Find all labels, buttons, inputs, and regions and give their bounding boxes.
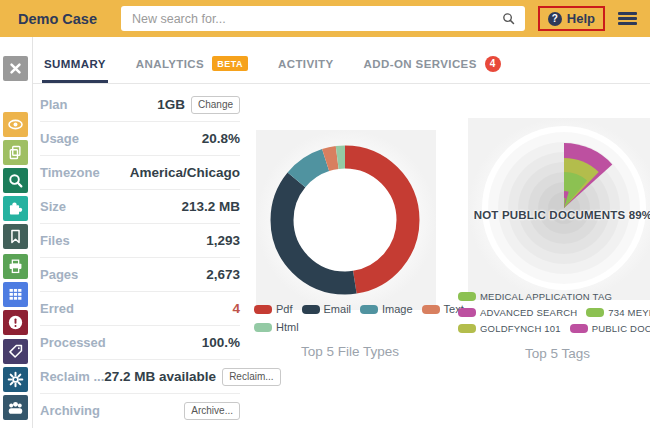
legend-swatch — [570, 324, 588, 333]
legend-label: Html — [276, 321, 299, 333]
printer-icon — [6, 257, 25, 276]
copy-icon — [6, 143, 25, 162]
legend-row: Html — [254, 321, 469, 333]
sidebar-item-alert[interactable] — [3, 310, 28, 335]
legend-item-html: Html — [254, 321, 299, 333]
summary-label: Files — [40, 233, 70, 248]
summary-value: America/Chicago — [130, 165, 240, 180]
users-icon — [6, 398, 25, 417]
legend-swatch — [254, 305, 272, 314]
sidebar-item-users[interactable] — [3, 395, 28, 420]
file-types-donut-chart — [265, 140, 425, 300]
reclaim-button[interactable]: Reclaim... — [222, 368, 280, 386]
sidebar-item-printer[interactable] — [3, 254, 28, 279]
legend-label: Image — [382, 303, 413, 315]
tags-polar-chart — [479, 123, 649, 293]
file-types-legend: PdfEmailImageTextHtml — [254, 303, 469, 339]
summary-row-pages: Pages2,673 — [40, 258, 240, 292]
tab-summary[interactable]: SUMMARY — [42, 37, 108, 83]
tab-activity[interactable]: ACTIVITY — [276, 37, 336, 83]
sidebar-item-close[interactable] — [3, 56, 28, 81]
change-button[interactable]: Change — [191, 96, 240, 114]
gear-icon — [6, 370, 25, 389]
sidebar-item-puzzle[interactable] — [3, 196, 28, 221]
legend-item-image: Image — [360, 303, 413, 315]
eye-icon — [6, 115, 25, 134]
legend-label: Pdf — [276, 303, 293, 315]
tab-label: ADD-ON SERVICES — [364, 58, 477, 70]
legend-swatch — [360, 305, 378, 314]
sidebar-item-bookmark[interactable] — [3, 224, 28, 249]
beta-badge: BETA — [212, 56, 248, 71]
sidebar-item-gear[interactable] — [3, 367, 28, 392]
tags-legend: MEDICAL APPLICATION TAGADVANCED SEARCH73… — [458, 291, 650, 339]
legend-item-734-meyers: 734 MEYERS — [586, 307, 650, 318]
search-icon — [6, 171, 25, 190]
sidebar-item-search[interactable] — [3, 168, 28, 193]
legend-row: PdfEmailImageText — [254, 303, 469, 315]
sidebar-item-copy[interactable] — [3, 140, 28, 165]
file-types-chart-title: Top 5 File Types — [265, 344, 435, 359]
summary-label: Plan — [40, 97, 67, 112]
legend-item-pdf: Pdf — [254, 303, 293, 315]
summary-row-size: Size213.2 MB — [40, 190, 240, 224]
count-badge: 4 — [485, 56, 501, 72]
summary-row-files: Files1,293 — [40, 224, 240, 258]
question-circle-icon: ? — [548, 12, 562, 26]
summary-row-usage: Usage20.8% — [40, 122, 240, 156]
help-button-annotation: ? Help — [538, 6, 605, 31]
sidebar — [0, 37, 33, 428]
summary-label: Timezone — [40, 165, 100, 180]
archive-button[interactable]: Archive... — [184, 402, 240, 420]
summary-value: 100.% — [202, 335, 240, 350]
tab-add-on-services[interactable]: ADD-ON SERVICES4 — [362, 37, 503, 83]
legend-swatch — [458, 308, 476, 317]
summary-panel: Plan1GBChangeUsage20.8%TimezoneAmerica/C… — [40, 88, 240, 427]
legend-swatch — [422, 305, 440, 314]
summary-value: 2,673 — [206, 267, 240, 282]
grid-icon — [6, 285, 25, 304]
legend-item-goldfynch-101: GOLDFYNCH 101 — [458, 323, 561, 334]
summary-value: 20.8% — [202, 131, 240, 146]
summary-label: Reclaim ... — [40, 369, 104, 384]
top-tag-label: NOT PUBLIC DOCUMENTS 89% — [473, 209, 650, 221]
tag-icon — [6, 342, 25, 361]
tab-analytics[interactable]: ANALYTICSBETA — [134, 37, 250, 83]
sidebar-item-grid[interactable] — [3, 282, 28, 307]
summary-row-timezone: TimezoneAmerica/Chicago — [40, 156, 240, 190]
search-box[interactable] — [121, 6, 525, 31]
legend-swatch — [302, 305, 320, 314]
legend-label: MEDICAL APPLICATION TAG — [480, 291, 612, 302]
sidebar-item-tag[interactable] — [3, 339, 28, 364]
summary-row-archiving: ArchivingArchive... — [40, 394, 240, 427]
help-button[interactable]: Help — [567, 11, 595, 26]
legend-swatch — [458, 292, 476, 301]
legend-item-advanced-search: ADVANCED SEARCH — [458, 307, 577, 318]
tab-label: ANALYTICS — [136, 58, 204, 70]
legend-swatch — [254, 323, 272, 332]
summary-value: 213.2 MB — [181, 199, 240, 214]
search-icon — [501, 11, 516, 26]
summary-value: 1,293 — [206, 233, 240, 248]
alert-icon — [6, 313, 25, 332]
legend-swatch — [586, 308, 604, 317]
summary-row-plan: Plan1GBChange — [40, 88, 240, 122]
summary-label: Erred — [40, 301, 74, 316]
tags-chart-title: Top 5 Tags — [475, 346, 640, 361]
tab-label: ACTIVITY — [278, 58, 334, 70]
hamburger-menu-icon[interactable] — [618, 9, 637, 27]
puzzle-icon — [6, 199, 25, 218]
legend-row: ADVANCED SEARCH734 MEYERS — [458, 307, 650, 318]
summary-label: Processed — [40, 335, 106, 350]
close-icon — [6, 59, 25, 78]
legend-label: GOLDFYNCH 101 — [480, 323, 561, 334]
legend-row: GOLDFYNCH 101PUBLIC DOCUMENTS — [458, 323, 650, 334]
bookmark-icon — [6, 227, 25, 246]
summary-label: Size — [40, 199, 66, 214]
sidebar-item-eye[interactable] — [3, 112, 28, 137]
summary-label: Archiving — [40, 403, 100, 418]
legend-swatch — [458, 324, 476, 333]
legend-item-public-documents: PUBLIC DOCUMENTS — [570, 323, 650, 334]
search-input[interactable] — [130, 11, 501, 27]
summary-label: Usage — [40, 131, 79, 146]
